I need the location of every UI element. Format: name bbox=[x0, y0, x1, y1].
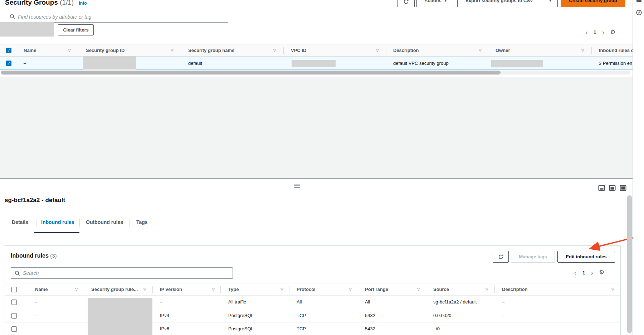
col-sg-id: Security group ID bbox=[86, 44, 125, 56]
refresh-button[interactable] bbox=[397, 0, 415, 7]
filter-icon[interactable]: ▽ bbox=[486, 283, 488, 295]
column-divider[interactable] bbox=[283, 47, 284, 54]
column-divider[interactable] bbox=[289, 286, 289, 293]
cropped-toolbar-icon[interactable] bbox=[636, 0, 641, 2]
cell-name: – bbox=[24, 57, 26, 70]
cell-protocol: TCP bbox=[297, 309, 306, 322]
col-description: Description bbox=[393, 44, 419, 56]
tab-details[interactable]: Details bbox=[12, 219, 28, 225]
search-icon bbox=[10, 14, 15, 19]
column-divider[interactable] bbox=[494, 286, 495, 293]
vertical-scrollbar-thumb[interactable] bbox=[627, 195, 632, 333]
filter-icon[interactable]: ▽ bbox=[417, 283, 420, 295]
panel-bottom-small-icon[interactable] bbox=[598, 185, 605, 191]
create-security-group-button[interactable]: Create security group bbox=[561, 0, 625, 7]
split-panel-divider[interactable] bbox=[0, 178, 633, 179]
column-divider[interactable] bbox=[84, 286, 84, 293]
tab-outbound-rules[interactable]: Outbound rules bbox=[86, 219, 123, 225]
rules-page-number[interactable]: 1 bbox=[582, 270, 585, 276]
filter-icon[interactable]: ▽ bbox=[143, 283, 146, 295]
sg-table-pagination: ‹ 1 › ⚙ bbox=[585, 27, 615, 37]
row-checkbox[interactable]: ✓ bbox=[6, 61, 11, 66]
export-options-button[interactable]: ▼ bbox=[543, 0, 558, 7]
next-page-icon[interactable]: › bbox=[591, 269, 593, 276]
split-panel-drag-handle-icon[interactable] bbox=[294, 185, 300, 189]
actions-button[interactable]: Actions▼ bbox=[416, 0, 455, 7]
col-name: Name bbox=[24, 44, 36, 56]
column-divider[interactable] bbox=[489, 47, 489, 54]
column-divider[interactable] bbox=[78, 47, 78, 54]
col-sg-name: Security group name bbox=[188, 44, 234, 56]
filter-icon[interactable]: ▽ bbox=[376, 44, 379, 56]
export-csv-button[interactable]: Export security groups to CSV bbox=[457, 0, 541, 7]
filter-icon[interactable]: ▽ bbox=[171, 44, 174, 56]
col-protocol: Protocol bbox=[297, 283, 316, 295]
filter-icon[interactable]: ▽ bbox=[349, 283, 352, 295]
horizontal-scrollbar-thumb[interactable] bbox=[1, 71, 501, 75]
cell-source: sg-bcf1a2a2 / default bbox=[433, 296, 477, 308]
status-pending-icon[interactable] bbox=[636, 9, 642, 16]
filter-icon[interactable]: ▽ bbox=[581, 44, 584, 56]
inbound-rules-count: (3) bbox=[50, 253, 57, 259]
inbound-rules-title-text: Inbound rules bbox=[11, 253, 49, 259]
sg-table-settings-icon[interactable]: ⚙ bbox=[610, 29, 615, 36]
rules-table-settings-icon[interactable]: ⚙ bbox=[599, 269, 604, 276]
col-owner: Owner bbox=[496, 44, 510, 56]
column-divider[interactable] bbox=[591, 47, 592, 54]
panel-full-icon[interactable] bbox=[620, 185, 626, 191]
column-divider[interactable] bbox=[220, 286, 221, 293]
filter-icon[interactable]: ▽ bbox=[611, 283, 614, 295]
edit-inbound-rules-button[interactable]: Edit inbound rules bbox=[557, 251, 615, 263]
column-divider[interactable] bbox=[386, 47, 386, 54]
sg-page-number[interactable]: 1 bbox=[594, 29, 596, 35]
rule-checkbox[interactable] bbox=[11, 300, 17, 305]
rule-checkbox[interactable] bbox=[11, 313, 17, 319]
column-divider[interactable] bbox=[181, 47, 181, 54]
filter-icon[interactable]: ▽ bbox=[68, 44, 71, 56]
cell-source: 0.0.0.0/0 bbox=[433, 309, 452, 322]
resources-search-input[interactable] bbox=[18, 14, 228, 20]
filter-icon[interactable]: ▽ bbox=[479, 44, 482, 56]
tab-tags[interactable]: Tags bbox=[136, 219, 148, 225]
manage-tags-button[interactable]: Manage tags bbox=[511, 251, 555, 263]
caret-down-icon: ▼ bbox=[444, 0, 447, 3]
filter-icon[interactable]: ▽ bbox=[273, 44, 276, 56]
rule-checkbox[interactable] bbox=[11, 326, 17, 332]
column-divider[interactable] bbox=[152, 286, 153, 293]
resources-search[interactable] bbox=[6, 11, 228, 23]
cell-ip-version: IPv4 bbox=[160, 309, 169, 322]
cell-inbound-count: 3 Permission en bbox=[599, 57, 632, 70]
cell-ip-version: IPv6 bbox=[160, 322, 169, 335]
inbound-rules-title: Inbound rules (3) bbox=[11, 253, 57, 259]
inbound-refresh-button[interactable] bbox=[493, 251, 509, 263]
clear-filters-button[interactable]: Clear filters bbox=[58, 24, 94, 35]
filter-icon[interactable]: ▽ bbox=[280, 283, 283, 295]
cell-name: – bbox=[35, 309, 38, 322]
filter-icon[interactable]: ▽ bbox=[212, 283, 215, 295]
select-all-checkbox[interactable]: ✓ bbox=[6, 48, 11, 53]
rules-search-input[interactable] bbox=[23, 270, 233, 276]
select-all-rules-checkbox[interactable] bbox=[11, 287, 17, 292]
cell-sg-name: default bbox=[188, 57, 202, 70]
redacted-sg-id bbox=[83, 56, 136, 70]
filter-icon[interactable]: ▽ bbox=[75, 283, 78, 295]
page-title-count: (1/1) bbox=[60, 0, 74, 6]
tab-inbound-rules[interactable]: Inbound rules bbox=[41, 219, 74, 225]
next-page-icon[interactable]: › bbox=[602, 29, 604, 36]
panel-bottom-half-icon[interactable] bbox=[609, 185, 616, 191]
cell-description: default VPC security group bbox=[393, 57, 449, 70]
col-port-range: Port range bbox=[365, 283, 388, 295]
prev-page-icon[interactable]: ‹ bbox=[585, 29, 588, 36]
info-link[interactable]: Info bbox=[79, 1, 87, 6]
rules-search[interactable] bbox=[11, 267, 233, 279]
prev-page-icon[interactable]: ‹ bbox=[574, 269, 577, 276]
cell-name: – bbox=[35, 322, 38, 335]
cell-protocol: All bbox=[297, 296, 302, 308]
col-ip-version: IP version bbox=[160, 283, 182, 295]
rules-header-row: Name ▽ Security group rule... ▽ IP versi… bbox=[5, 283, 620, 296]
col-rule-id: Security group rule... bbox=[91, 283, 138, 295]
column-divider[interactable] bbox=[426, 286, 426, 293]
clear-filters-label: Clear filters bbox=[63, 27, 89, 33]
column-divider[interactable] bbox=[358, 286, 358, 293]
cell-port-range: 5432 bbox=[365, 309, 375, 322]
